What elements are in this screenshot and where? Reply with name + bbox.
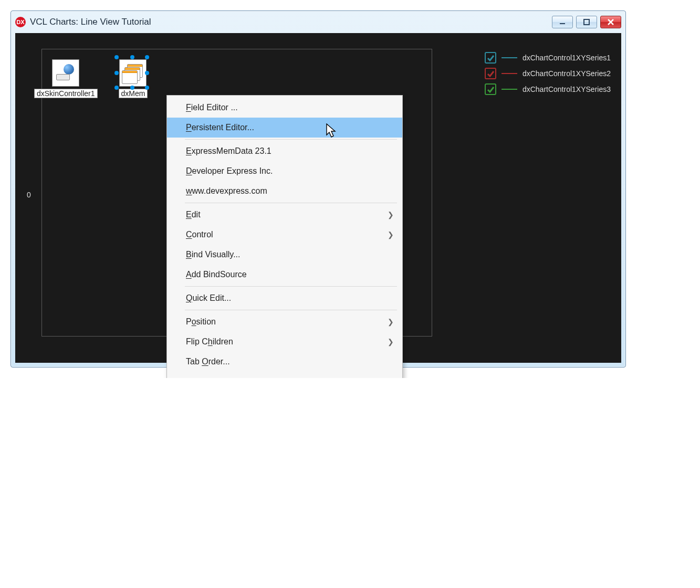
selection-handle[interactable]	[130, 86, 134, 90]
tray-label: dxSkinController1	[34, 89, 98, 98]
menu-developer-express[interactable]: Developer Express Inc.	[167, 161, 402, 181]
window-title: VCL Charts: Line View Tutorial	[30, 17, 151, 27]
menu-label: Order...	[217, 377, 248, 378]
menu-control[interactable]: Control ❯	[167, 225, 402, 245]
legend-item[interactable]: dxChartControl1XYSeries1	[485, 52, 611, 64]
selection-handle[interactable]	[114, 55, 119, 59]
menu-persistent-editor[interactable]: Persistent Editor...	[167, 118, 402, 138]
legend-checkbox-icon[interactable]	[485, 68, 496, 79]
menu-label: ield Editor ...	[191, 103, 238, 112]
menu-quick-edit[interactable]: Quick Edit...	[167, 288, 402, 308]
menu-edit[interactable]: Edit ❯	[167, 205, 402, 225]
skin-controller-icon	[52, 59, 79, 87]
submenu-arrow-icon: ❯	[381, 318, 394, 326]
menu-creation-order[interactable]: Creation Order...	[167, 372, 402, 378]
context-menu: Field Editor ... Persistent Editor... Ex…	[166, 95, 403, 378]
legend-swatch	[502, 73, 517, 74]
tray-dxmemdata[interactable]: dxMem	[119, 59, 148, 98]
menu-label: ildren	[213, 337, 233, 346]
selection-handle[interactable]	[130, 55, 134, 59]
menu-website[interactable]: www.devexpress.com	[167, 181, 402, 201]
close-button[interactable]	[600, 16, 621, 28]
menu-separator	[185, 286, 397, 287]
menu-label: dit	[192, 210, 201, 219]
minimize-button[interactable]	[552, 16, 573, 28]
menu-expressmemdata[interactable]: ExpressMemData 23.1	[167, 141, 402, 161]
selection-handle[interactable]	[145, 86, 149, 90]
titlebar: DX VCL Charts: Line View Tutorial	[11, 11, 625, 33]
menu-position[interactable]: Position ❯	[167, 312, 402, 332]
selection-handle[interactable]	[114, 86, 119, 90]
legend-label: dxChartControl1XYSeries1	[523, 54, 611, 62]
menu-label: sition	[196, 317, 216, 326]
nonvisual-tray: dxSkinController1 dxMem	[34, 59, 148, 98]
tray-dxskincontroller[interactable]: dxSkinController1	[34, 59, 98, 98]
menu-separator	[185, 203, 397, 203]
submenu-arrow-icon: ❯	[381, 338, 394, 346]
tray-label: dxMem	[119, 89, 148, 98]
selection-handle[interactable]	[145, 55, 149, 59]
menu-label: ontrol	[192, 230, 213, 239]
maximize-button[interactable]	[576, 16, 597, 28]
submenu-arrow-icon: ❯	[381, 211, 394, 219]
selection-handle[interactable]	[114, 71, 119, 75]
menu-tab-order[interactable]: Tab Order...	[167, 352, 402, 372]
menu-label: eveloper Express Inc.	[192, 166, 273, 175]
app-icon: DX	[15, 17, 26, 27]
legend-checkbox-icon[interactable]	[485, 83, 496, 95]
menu-separator	[185, 310, 397, 310]
menu-bind-visually[interactable]: Bind Visually...	[167, 245, 402, 265]
menu-label: ww.devexpress.com	[192, 186, 267, 195]
legend-swatch	[502, 57, 517, 58]
menu-label: dd BindSource	[192, 270, 247, 279]
legend-label: dxChartControl1XYSeries3	[523, 85, 611, 93]
menu-flip-children[interactable]: Flip Children ❯	[167, 332, 402, 352]
menu-field-editor[interactable]: Field Editor ...	[167, 98, 402, 118]
menu-add-bindsource[interactable]: Add BindSource	[167, 265, 402, 285]
menu-label: ersistent Editor...	[192, 123, 254, 132]
menu-separator	[185, 139, 397, 140]
menu-label: rder...	[208, 357, 230, 366]
legend-swatch	[502, 89, 517, 90]
legend-item[interactable]: dxChartControl1XYSeries2	[485, 68, 611, 79]
menu-label: ind Visually...	[192, 250, 241, 259]
memdata-icon	[119, 59, 147, 87]
legend-item[interactable]: dxChartControl1XYSeries3	[485, 83, 611, 95]
selection-handle[interactable]	[145, 71, 149, 75]
chart-legend: dxChartControl1XYSeries1 dxChartControl1…	[485, 52, 611, 95]
legend-label: dxChartControl1XYSeries2	[523, 69, 611, 78]
submenu-arrow-icon: ❯	[381, 230, 394, 239]
menu-label: uick Edit...	[192, 293, 231, 302]
app-window: DX VCL Charts: Line View Tutorial 0 dxS	[11, 10, 626, 368]
svg-rect-1	[584, 19, 589, 25]
legend-checkbox-icon[interactable]	[485, 52, 496, 64]
axis-zero-label: 0	[27, 191, 31, 199]
menu-label: xpressMemData 23.1	[192, 146, 271, 155]
